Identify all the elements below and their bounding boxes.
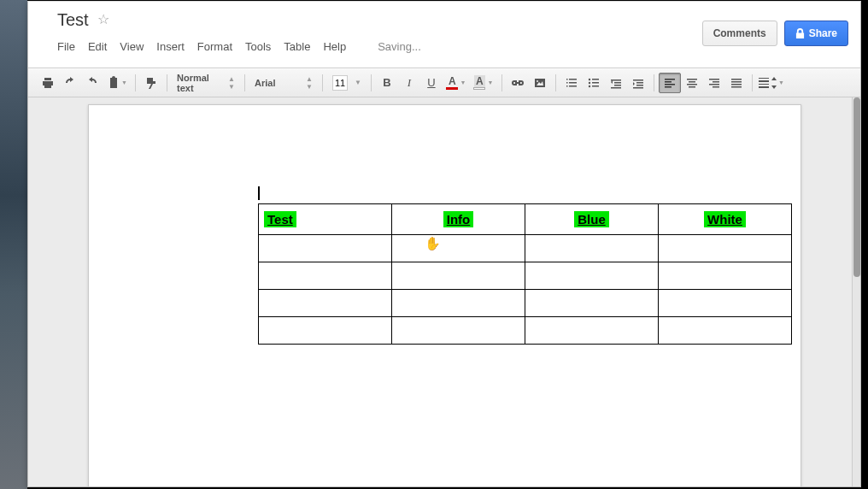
cell-text: Test [264, 211, 296, 227]
highlight-color-icon[interactable]: A ▼ [470, 73, 497, 93]
paragraph-style-label: Normal text [177, 73, 225, 93]
separator [752, 74, 753, 91]
table-cell[interactable] [259, 290, 392, 317]
bold-icon[interactable]: B [376, 73, 398, 93]
svg-point-4 [589, 81, 590, 83]
link-icon[interactable] [507, 73, 529, 93]
table-row[interactable] [259, 317, 792, 345]
comments-button[interactable]: Comments [702, 21, 777, 46]
table-row[interactable] [259, 262, 792, 290]
font-label: Arial [255, 78, 275, 88]
separator [654, 74, 654, 91]
cell-text: Info [443, 211, 474, 227]
separator [244, 74, 245, 91]
text-color-icon[interactable]: A ▼ [443, 73, 470, 93]
line-spacing-icon[interactable]: ▼ [757, 73, 786, 93]
cell-text: White [704, 211, 746, 227]
undo-icon[interactable] [59, 73, 81, 93]
align-center-icon[interactable] [681, 73, 703, 93]
svg-point-3 [589, 78, 590, 80]
table-row[interactable] [259, 290, 792, 317]
svg-point-5 [589, 85, 590, 86]
text-caret [258, 186, 260, 200]
menu-table[interactable]: Table [284, 40, 310, 53]
table-cell[interactable]: Blue [525, 204, 659, 235]
underline-icon[interactable]: U [420, 73, 443, 93]
table-cell[interactable]: Info [392, 204, 525, 235]
share-label: Share [809, 27, 837, 39]
separator [135, 74, 136, 91]
font-dropdown[interactable]: Arial ▲▼ [249, 73, 318, 93]
table-cell[interactable] [659, 317, 792, 345]
vertical-scrollbar[interactable] [852, 97, 860, 486]
toolbar: ▼ Normal text ▲▼ Arial ▲▼ ▼ B I U A ▼ [28, 68, 860, 97]
paint-format-icon[interactable] [140, 73, 162, 93]
table-cell[interactable] [659, 262, 792, 290]
bulleted-list-icon[interactable] [583, 73, 605, 93]
document-table[interactable]: Test Info Blue White [258, 203, 792, 345]
image-icon[interactable] [529, 73, 551, 93]
table-cell[interactable] [659, 235, 792, 262]
svg-point-2 [537, 80, 538, 82]
table-cell[interactable] [259, 317, 392, 345]
header: Test ☆ Comments Share File Edit View Ins… [28, 2, 860, 68]
table-cell[interactable] [525, 317, 659, 345]
menu-format[interactable]: Format [197, 40, 232, 53]
font-size-caret[interactable]: ▼ [355, 79, 361, 86]
separator [167, 74, 167, 91]
separator [501, 74, 502, 91]
print-icon[interactable] [37, 73, 59, 93]
table-cell[interactable]: White [659, 204, 792, 235]
share-button[interactable]: Share [784, 21, 848, 46]
scrollbar-thumb[interactable] [853, 97, 860, 277]
desktop-background-sliver [0, 0, 27, 489]
table-cell[interactable] [259, 262, 392, 290]
separator [371, 74, 372, 91]
table-row[interactable] [259, 235, 792, 262]
indent-icon[interactable] [627, 73, 649, 93]
document-canvas[interactable]: Test Info Blue White ✋ [28, 97, 860, 486]
table-cell[interactable] [525, 262, 659, 290]
menu-help[interactable]: Help [323, 40, 346, 53]
separator [322, 74, 323, 91]
app-window: Test ☆ Comments Share File Edit View Ins… [27, 1, 861, 487]
align-justify-icon[interactable] [725, 73, 748, 93]
table-cell[interactable]: Test [259, 204, 392, 235]
clipboard-icon[interactable]: ▼ [103, 73, 131, 93]
redo-icon[interactable] [81, 73, 103, 93]
lock-icon [795, 28, 805, 39]
table-cell[interactable] [659, 290, 792, 317]
table-cell[interactable] [259, 235, 392, 262]
font-size-control[interactable]: ▼ [327, 73, 367, 93]
table-cell[interactable] [525, 290, 659, 317]
save-status: Saving... [378, 40, 421, 53]
table-cell[interactable] [392, 317, 525, 345]
table-cell[interactable] [392, 262, 525, 290]
cell-text: Blue [574, 211, 609, 227]
menu-tools[interactable]: Tools [245, 40, 271, 53]
numbered-list-icon[interactable] [560, 73, 583, 93]
table-cell[interactable] [525, 235, 659, 262]
header-buttons: Comments Share [702, 21, 848, 46]
menu-edit[interactable]: Edit [88, 40, 107, 53]
table-cell[interactable] [392, 290, 525, 317]
document-title[interactable]: Test [57, 10, 89, 30]
outdent-icon[interactable] [605, 73, 627, 93]
align-left-icon[interactable] [659, 73, 681, 93]
table-cell[interactable] [392, 235, 525, 262]
paragraph-style-dropdown[interactable]: Normal text ▲▼ [172, 73, 240, 93]
separator [555, 74, 556, 91]
table-row[interactable]: Test Info Blue White [259, 204, 792, 235]
italic-icon[interactable]: I [398, 73, 420, 93]
star-icon[interactable]: ☆ [97, 12, 109, 27]
menu-view[interactable]: View [120, 40, 144, 53]
page[interactable]: Test Info Blue White ✋ [88, 104, 801, 486]
menu-insert[interactable]: Insert [156, 40, 185, 53]
font-size-input[interactable] [332, 75, 348, 91]
menu-file[interactable]: File [57, 40, 75, 53]
align-right-icon[interactable] [703, 73, 725, 93]
